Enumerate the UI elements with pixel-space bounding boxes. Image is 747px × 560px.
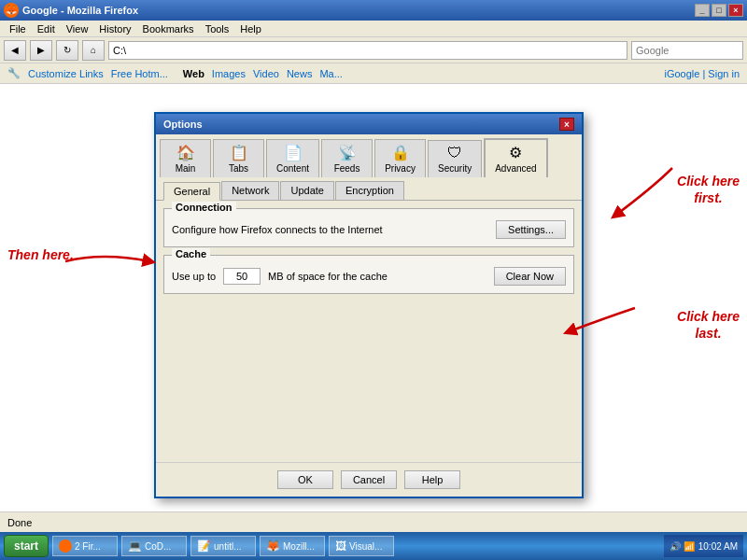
menu-bookmarks[interactable]: Bookmarks: [137, 22, 200, 35]
privacy-tab-icon: 🔒: [391, 144, 410, 161]
subtab-update[interactable]: Update: [280, 181, 333, 200]
content-tab-icon: 📄: [284, 144, 303, 161]
links-bar: 🔧 Customize Links Free Hotm... Web Image…: [0, 63, 747, 84]
signin-link[interactable]: Sign in: [708, 68, 740, 79]
dialog-title-text: Options: [163, 119, 203, 130]
taskbar-mozilla[interactable]: 🦊 Mozill...: [260, 536, 325, 556]
images-link[interactable]: Images: [212, 68, 246, 79]
sub-tabs: General Network Update Encryption: [156, 177, 582, 201]
news-link[interactable]: News: [287, 68, 313, 79]
tab-advanced[interactable]: ⚙ Advanced: [484, 138, 547, 177]
security-tab-icon: 🛡: [447, 145, 462, 161]
browser-window: 🦊 Google - Mozilla Firefox _ □ × File Ed…: [0, 0, 747, 560]
taskbar-visual-icon: 🖼: [335, 539, 346, 553]
search-input[interactable]: [631, 41, 743, 60]
tabs-tab-label: Tabs: [229, 163, 248, 174]
subtab-network[interactable]: Network: [221, 181, 279, 200]
taskbar-firefox[interactable]: 2 Fir...: [52, 536, 118, 556]
free-hotmail[interactable]: Free Hotm...: [111, 68, 168, 79]
security-tab-label: Security: [438, 163, 472, 174]
taskbar-untitled-icon: 📝: [197, 539, 211, 553]
menu-help[interactable]: Help: [234, 22, 267, 35]
tab-privacy[interactable]: 🔒 Privacy: [374, 139, 426, 177]
start-button[interactable]: start: [4, 535, 49, 557]
taskbar-mozilla-label: Mozill...: [283, 541, 315, 552]
connection-label: Configure how Firefox connects to the In…: [172, 224, 488, 235]
menu-tools[interactable]: Tools: [200, 22, 235, 35]
window-title: Google - Mozilla Firefox: [22, 5, 695, 16]
dialog-body: Connection Configure how Firefox connect…: [156, 201, 582, 462]
options-dialog: Options × 🏠 Main 📋 Tabs 📄 Content: [154, 112, 584, 498]
ma-link[interactable]: Ma...: [319, 68, 342, 79]
taskbar: start 2 Fir... 💻 CoD... 📝 untitl... 🦊 Mo…: [0, 532, 747, 560]
tab-security[interactable]: 🛡 Security: [428, 140, 482, 177]
main-tab-label: Main: [176, 163, 196, 174]
cache-section: Cache Use up to 50 MB of space for the c…: [163, 255, 574, 294]
taskbar-code[interactable]: 💻 CoD...: [121, 536, 187, 556]
igoogle-link[interactable]: iGoogle: [664, 68, 699, 79]
taskbar-visual[interactable]: 🖼 Visual...: [329, 536, 394, 556]
tabs-tab-icon: 📋: [230, 144, 248, 161]
title-bar: 🦊 Google - Mozilla Firefox _ □ ×: [0, 0, 747, 21]
firefox-icon: 🦊: [4, 3, 19, 18]
content-tab-label: Content: [276, 163, 309, 174]
clock: 10:02 AM: [698, 541, 738, 552]
tab-content[interactable]: 📄 Content: [266, 139, 319, 177]
connection-content: Configure how Firefox connects to the In…: [172, 220, 566, 239]
video-link[interactable]: Video: [253, 68, 279, 79]
home-button[interactable]: ⌂: [82, 40, 105, 61]
menu-history[interactable]: History: [93, 22, 136, 35]
customize-links[interactable]: Customize Links: [28, 68, 104, 79]
taskbar-untitled-label: untitl...: [214, 541, 241, 552]
connection-section: Connection Configure how Firefox connect…: [163, 208, 574, 247]
feeds-tab-icon: 📡: [338, 144, 357, 161]
dialog-title-bar: Options ×: [156, 114, 582, 134]
tab-feeds[interactable]: 📡 Feeds: [321, 139, 373, 177]
annotation-then-here: Then here.: [7, 247, 74, 262]
taskbar-mozilla-icon: 🦊: [266, 539, 280, 553]
connection-section-title: Connection: [172, 202, 236, 213]
taskbar-firefox-label: 2 Fir...: [75, 541, 101, 552]
settings-button[interactable]: Settings...: [496, 220, 566, 239]
menu-view[interactable]: View: [61, 22, 94, 35]
annotation-click-last: Click herelast.: [677, 308, 740, 342]
cache-size-input[interactable]: 50: [223, 268, 261, 285]
reload-button[interactable]: ↻: [56, 40, 78, 61]
cache-content: Use up to 50 MB of space for the cache C…: [172, 267, 566, 286]
advanced-tab-icon: ⚙: [509, 144, 522, 161]
taskbar-visual-label: Visual...: [349, 541, 382, 552]
igoogle-signin: iGoogle | Sign in: [664, 68, 740, 79]
back-button[interactable]: ◀: [4, 40, 26, 61]
mb-label: MB of space for the cache: [268, 271, 388, 282]
status-bar: Done: [0, 511, 747, 532]
tab-tabs[interactable]: 📋 Tabs: [213, 139, 264, 177]
ok-button[interactable]: OK: [277, 470, 333, 489]
menu-file[interactable]: File: [4, 22, 32, 35]
address-bar[interactable]: [108, 41, 627, 60]
forward-button[interactable]: ▶: [30, 40, 52, 61]
subtab-general[interactable]: General: [163, 182, 220, 201]
close-window-button[interactable]: ×: [728, 4, 743, 17]
taskbar-untitled[interactable]: 📝 untitl...: [190, 536, 256, 556]
minimize-button[interactable]: _: [695, 4, 710, 17]
menu-bar: File Edit View History Bookmarks Tools H…: [0, 21, 747, 37]
main-tabs: 🏠 Main 📋 Tabs 📄 Content 📡 Feeds 🔒: [156, 134, 582, 177]
menu-edit[interactable]: Edit: [32, 22, 61, 35]
feeds-tab-label: Feeds: [334, 163, 360, 174]
taskbar-firefox-icon: [59, 539, 72, 553]
main-tab-icon: 🏠: [176, 144, 195, 161]
status-text: Done: [7, 517, 32, 528]
arrow-to-advanced: [579, 159, 691, 233]
cancel-button[interactable]: Cancel: [341, 470, 397, 489]
taskbar-clock: 🔊 📶 10:02 AM: [664, 535, 743, 557]
tab-main[interactable]: 🏠 Main: [160, 139, 211, 177]
clear-now-button[interactable]: Clear Now: [494, 267, 566, 286]
dialog-close-button[interactable]: ×: [559, 118, 574, 131]
browser-content: Options × 🏠 Main 📋 Tabs 📄 Content: [0, 84, 747, 511]
dialog-footer: OK Cancel Help: [156, 462, 582, 497]
subtab-encryption[interactable]: Encryption: [335, 181, 404, 200]
maximize-button[interactable]: □: [712, 4, 726, 17]
help-button[interactable]: Help: [404, 470, 460, 489]
taskbar-code-icon: 💻: [128, 539, 142, 553]
toolbar: ◀ ▶ ↻ ⌂: [0, 37, 747, 63]
